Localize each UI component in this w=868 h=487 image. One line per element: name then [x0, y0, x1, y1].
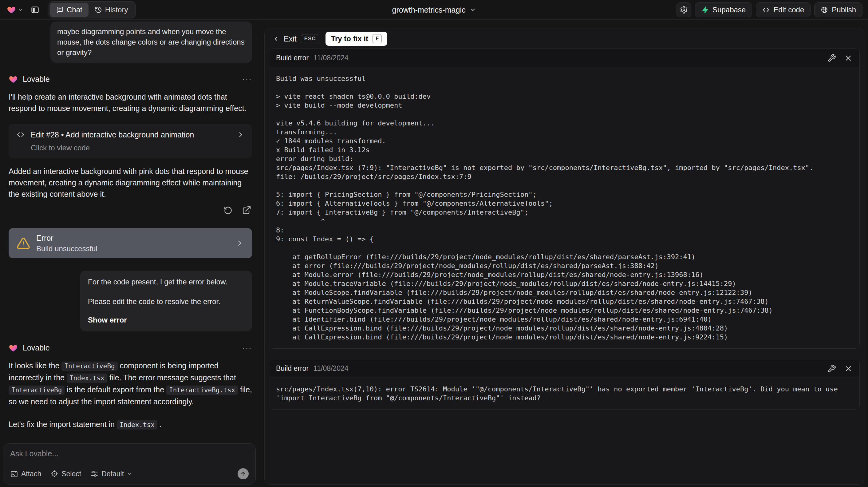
edit-code-label: Edit code: [773, 5, 804, 14]
model-label: Default: [101, 470, 124, 478]
assistant-message-text: I'll help create an interactive backgrou…: [9, 91, 252, 114]
gear-icon: [680, 6, 688, 14]
tab-chat[interactable]: Chat: [50, 3, 89, 17]
user-message-bubble: maybe diagramming points and when you mo…: [51, 22, 252, 63]
model-selector[interactable]: Default: [90, 470, 132, 478]
chevron-down-icon: [127, 471, 132, 477]
f-key-badge: F: [373, 34, 382, 43]
chevron-right-icon: [237, 131, 245, 139]
open-external-icon[interactable]: [242, 205, 252, 216]
chat-bubble-icon: [56, 6, 64, 13]
lovable-heart-logo-icon: [7, 5, 16, 14]
lovable-avatar: [9, 343, 18, 353]
build-error-title: Build error: [276, 54, 309, 62]
assistant-message-header: Lovable ···: [9, 343, 252, 353]
inline-code: Index.tsx: [67, 373, 107, 383]
fix-wrench-icon[interactable]: [828, 54, 836, 62]
assistant-message-rich-text: It looks like the InteractiveBg componen…: [9, 360, 252, 407]
esc-key-badge: ESC: [301, 34, 319, 43]
chat-input[interactable]: [10, 449, 249, 464]
send-button[interactable]: [238, 468, 249, 479]
panel-divider: [260, 20, 260, 487]
user-message-line: Please edit the code to resolve the erro…: [88, 296, 244, 307]
code-brackets-icon: [762, 6, 770, 13]
build-error-panel-1: Build error 11/08/2024 Build was unsucce…: [269, 49, 860, 348]
chat-panel: maybe diagramming points and when you mo…: [0, 20, 260, 487]
inline-code: Index.tsx: [117, 420, 157, 429]
sidebar-toggle-button[interactable]: [28, 2, 42, 17]
globe-icon: [821, 6, 828, 13]
user-message-line: For the code present, I get the error be…: [88, 277, 244, 287]
exit-label: Exit: [284, 34, 297, 43]
build-error-panel-2: Build error 11/08/2024 src/pages/Index.t…: [269, 359, 860, 409]
message-menu-button[interactable]: ···: [242, 343, 252, 353]
supabase-label: Supabase: [712, 5, 746, 14]
lovable-logo-menu[interactable]: [5, 4, 25, 16]
tab-history[interactable]: History: [89, 3, 134, 17]
target-icon: [51, 470, 58, 478]
edit-card-title: Edit #28 • Add interactive background an…: [31, 130, 231, 139]
build-error-log: src/pages/Index.tsx(7,10): error TS2614:…: [276, 385, 852, 402]
build-error-date: 11/08/2024: [313, 364, 348, 373]
lovable-avatar: [9, 75, 18, 84]
top-bar: Chat History growth-metrics-magic: [0, 0, 868, 20]
publish-button[interactable]: Publish: [814, 2, 863, 17]
chevron-left-icon: [273, 35, 279, 42]
warning-triangle-icon: [17, 237, 30, 250]
publish-label: Publish: [832, 5, 856, 14]
chevron-down-icon: [18, 7, 23, 12]
tab-history-label: History: [105, 5, 128, 14]
try-to-fix-label: Try to fix it: [331, 34, 368, 43]
preview-header: Exit ESC Try to fix it F: [265, 29, 864, 49]
message-menu-button[interactable]: ···: [242, 74, 252, 84]
error-card-title: Error: [36, 234, 97, 243]
edit-card-subtitle: Click to view code: [31, 144, 245, 152]
assistant-name: Lovable: [23, 343, 50, 352]
tab-chat-label: Chat: [67, 5, 82, 14]
build-error-log: Build was unsuccessful > vite_react_shad…: [276, 74, 852, 342]
user-message-bubble: For the code present, I get the error be…: [80, 271, 252, 331]
close-icon[interactable]: [844, 54, 852, 62]
try-to-fix-button[interactable]: Try to fix it F: [326, 32, 387, 46]
edit-code-button[interactable]: Edit code: [756, 2, 810, 17]
history-icon: [95, 6, 102, 13]
error-card-subtitle: Build unsuccessful: [36, 244, 97, 253]
select-element-button[interactable]: Select: [51, 470, 81, 478]
chat-history-segmented-control: Chat History: [49, 1, 135, 19]
chevron-down-icon: [470, 7, 476, 13]
fix-wrench-icon[interactable]: [828, 364, 836, 373]
panel-left-icon: [31, 5, 39, 14]
select-label: Select: [61, 470, 81, 478]
settings-button[interactable]: [677, 2, 691, 17]
close-icon[interactable]: [844, 364, 852, 373]
project-name: growth-metrics-magic: [392, 5, 466, 14]
user-message-text: maybe diagramming points and when you mo…: [57, 27, 245, 57]
chevron-right-icon: [236, 239, 244, 247]
retry-icon[interactable]: [223, 205, 234, 216]
attach-label: Attach: [21, 470, 41, 478]
code-brackets-icon: [16, 130, 25, 139]
build-error-card[interactable]: Error Build unsuccessful: [9, 228, 252, 258]
build-error-header: Build error 11/08/2024: [269, 49, 859, 67]
build-error-header: Build error 11/08/2024: [269, 359, 859, 378]
message-actions: [9, 205, 252, 216]
inline-code: InteractiveBg: [61, 362, 117, 371]
assistant-message-rich-text: Let's fix the import statement in Index.…: [9, 419, 252, 431]
chat-composer: Attach Select: [3, 443, 256, 485]
inline-code: InteractiveBg: [9, 386, 65, 395]
build-error-date: 11/08/2024: [313, 54, 348, 62]
build-error-title: Build error: [276, 364, 309, 373]
edit-card-28[interactable]: Edit #28 • Add interactive background an…: [9, 124, 252, 158]
sliders-icon: [90, 470, 98, 478]
assistant-message-header: Lovable ···: [9, 74, 252, 84]
preview-panel: Exit ESC Try to fix it F Build error 11/…: [264, 29, 864, 485]
supabase-button[interactable]: Supabase: [695, 2, 752, 17]
project-switcher[interactable]: growth-metrics-magic: [392, 0, 476, 20]
exit-button[interactable]: Exit ESC: [273, 34, 319, 43]
supabase-icon: [702, 6, 709, 13]
show-error-link[interactable]: Show error: [88, 315, 244, 325]
attach-button[interactable]: Attach: [10, 470, 41, 478]
arrow-up-icon: [240, 471, 246, 477]
inline-code: InteractiveBg.tsx: [166, 386, 238, 395]
assistant-name: Lovable: [23, 75, 50, 84]
